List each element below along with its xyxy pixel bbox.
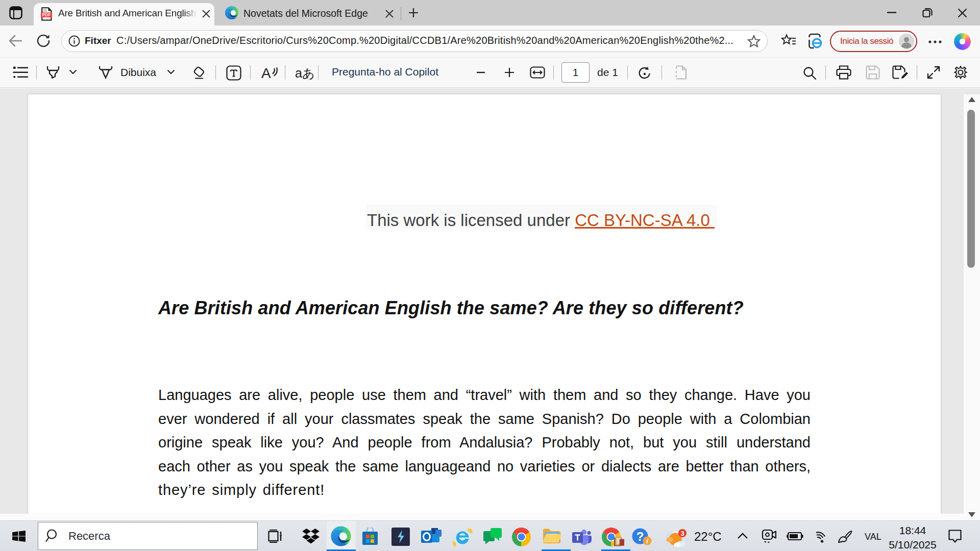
svg-text:?: ? [636, 530, 644, 543]
svg-text:PDF: PDF [42, 12, 51, 17]
svg-text:i: i [646, 537, 648, 545]
svg-text:A: A [261, 65, 271, 81]
svg-text:3: 3 [680, 530, 684, 537]
